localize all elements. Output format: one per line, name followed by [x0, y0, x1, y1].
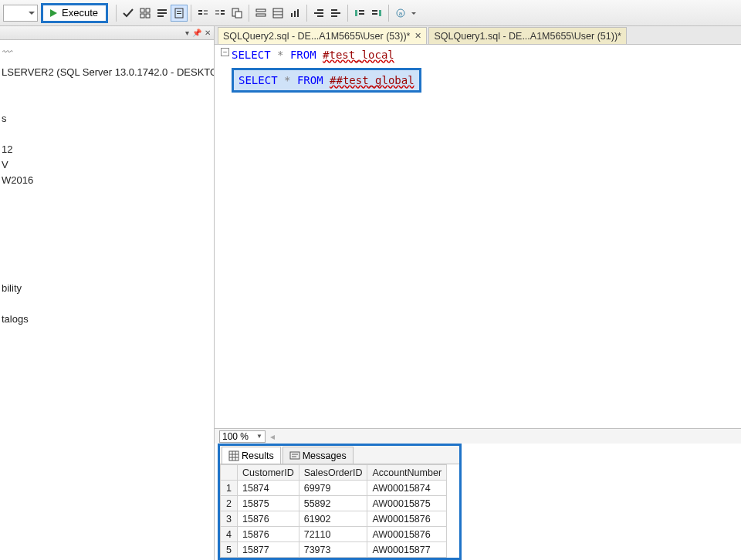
svg-rect-4: [146, 14, 150, 18]
grid-cell[interactable]: AW00015876: [367, 527, 447, 542]
scroll-left-icon[interactable]: ◂: [270, 431, 275, 442]
close-icon[interactable]: ✕: [414, 31, 421, 41]
grid-cell[interactable]: 15874: [238, 481, 299, 496]
results-grid[interactable]: CustomerID SalesOrderID AccountNumber 1 …: [220, 464, 459, 558]
column-header[interactable]: CustomerID: [238, 465, 299, 481]
sidebar-item[interactable]: 12: [2, 142, 214, 157]
column-header[interactable]: SalesOrderID: [299, 465, 367, 481]
tab-sqlquery1[interactable]: SQLQuery1.sql - DE...A1M5655\User (51))*: [428, 27, 626, 44]
editor-area: SQLQuery2.sql - DE...A1M5655\User (53))*…: [215, 26, 741, 560]
toolbar-separator: [347, 5, 348, 22]
toolbar: Execute a: [0, 0, 741, 26]
check-icon[interactable]: [120, 5, 137, 22]
svg-rect-33: [331, 12, 340, 14]
svg-rect-27: [294, 11, 296, 17]
keyword: SELECT: [232, 49, 271, 61]
svg-rect-3: [140, 14, 144, 18]
panel-header: ▾ 📌 ✕: [0, 26, 214, 40]
svg-rect-40: [372, 13, 377, 15]
svg-rect-13: [204, 10, 208, 12]
comment-icon[interactable]: [195, 5, 211, 22]
specify-values-icon[interactable]: a: [392, 5, 409, 22]
svg-rect-21: [256, 9, 266, 12]
results-tab[interactable]: Results: [222, 447, 281, 464]
grid-cell[interactable]: 15876: [238, 527, 299, 542]
dropdown-icon[interactable]: ▾: [185, 29, 189, 37]
column-header[interactable]: AccountNumber: [367, 465, 447, 481]
svg-rect-12: [198, 13, 202, 15]
include-icon[interactable]: [228, 5, 245, 22]
tab-sqlquery2[interactable]: SQLQuery2.sql - DE...A1M5655\User (53))*…: [218, 27, 427, 44]
sidebar-item[interactable]: s: [2, 111, 214, 127]
zoom-dropdown[interactable]: 100 %▼: [219, 430, 266, 443]
row-number: 4: [221, 527, 238, 542]
bookmark-icon-1[interactable]: [351, 5, 368, 22]
svg-rect-34: [331, 15, 337, 17]
grid-icon-1[interactable]: [137, 5, 154, 22]
file-results-icon[interactable]: [171, 5, 188, 22]
toolbar-separator: [306, 5, 307, 22]
code-editor[interactable]: − SELECT * FROM #test_local SELECT * FRO…: [215, 45, 741, 428]
grid-cell[interactable]: 73973: [299, 542, 367, 558]
grid-cell[interactable]: 15876: [238, 511, 299, 527]
svg-rect-37: [359, 13, 364, 15]
uncomment-icon[interactable]: [211, 5, 228, 22]
operator: *: [284, 74, 290, 86]
sidebar-item[interactable]: talogs: [2, 312, 214, 327]
svg-rect-38: [379, 10, 381, 16]
toolbar-separator: [116, 5, 117, 22]
grid-cell[interactable]: 72110: [299, 527, 367, 542]
grid-cell[interactable]: 61902: [299, 511, 367, 527]
svg-rect-15: [215, 10, 219, 12]
toolbar-overflow[interactable]: [409, 5, 417, 22]
svg-rect-18: [221, 13, 225, 15]
grid-cell[interactable]: 55892: [299, 496, 367, 511]
keyword: FROM: [297, 74, 323, 86]
pin-icon[interactable]: 📌: [192, 29, 201, 37]
plan-icon-2[interactable]: [269, 5, 286, 22]
grid-cell[interactable]: AW00015875: [367, 496, 447, 511]
svg-rect-31: [317, 15, 323, 17]
plan-icon-1[interactable]: [252, 5, 269, 22]
stats-icon[interactable]: [286, 5, 303, 22]
row-header-blank: [221, 465, 238, 481]
grid-row[interactable]: 3 15876 61902 AW00015876: [221, 511, 447, 527]
grid-cell[interactable]: 69979: [299, 481, 367, 496]
indent-icon[interactable]: [310, 5, 327, 22]
grid-cell[interactable]: AW00015877: [367, 542, 447, 558]
identifier: ##test_global: [330, 74, 414, 86]
results-overflow: [462, 444, 741, 560]
toolbar-dropdown[interactable]: [3, 5, 38, 22]
grid-cell[interactable]: 15875: [238, 496, 299, 511]
messages-tab[interactable]: Messages: [283, 447, 354, 464]
toolbar-separator: [388, 5, 389, 22]
fold-toggle[interactable]: −: [221, 48, 229, 56]
grid-row[interactable]: 1 15874 69979 AW00015874: [221, 481, 447, 496]
svg-rect-11: [198, 10, 202, 12]
sidebar-item[interactable]: V: [2, 157, 214, 173]
svg-rect-9: [177, 11, 181, 12]
sidebar-graph: 〰: [2, 45, 214, 60]
close-icon[interactable]: ✕: [205, 29, 211, 37]
grid-row[interactable]: 2 15875 55892 AW00015875: [221, 496, 447, 511]
grid-cell[interactable]: AW00015876: [367, 511, 447, 527]
zoom-value: 100 %: [222, 431, 249, 442]
server-node[interactable]: LSERVER2 (SQL Server 13.0.1742.0 - DESKT…: [2, 65, 214, 80]
play-icon: [48, 8, 59, 19]
svg-rect-36: [359, 10, 364, 12]
execute-button[interactable]: Execute: [41, 3, 108, 23]
row-number: 1: [221, 481, 238, 496]
grid-cell[interactable]: AW00015874: [367, 481, 447, 496]
grid-row[interactable]: 4 15876 72110 AW00015876: [221, 527, 447, 542]
svg-rect-48: [290, 452, 299, 459]
grid-cell[interactable]: 15877: [238, 542, 299, 558]
text-results-icon[interactable]: [154, 5, 171, 22]
sidebar-item[interactable]: bility: [2, 281, 214, 296]
svg-rect-17: [221, 10, 225, 12]
bookmark-icon-2[interactable]: [368, 5, 385, 22]
svg-rect-22: [256, 14, 266, 16]
grid-row[interactable]: 5 15877 73973 AW00015877: [221, 542, 447, 558]
outdent-icon[interactable]: [327, 5, 344, 22]
sidebar-item[interactable]: W2016: [2, 173, 214, 188]
svg-rect-1: [140, 8, 144, 12]
